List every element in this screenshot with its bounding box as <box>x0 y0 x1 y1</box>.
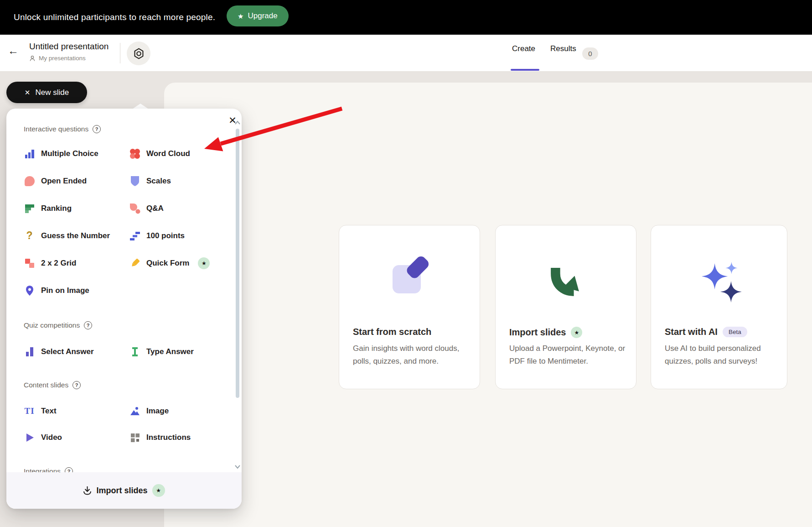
close-icon: ✕ <box>25 89 31 96</box>
download-icon <box>83 486 92 495</box>
popup-scrollbar[interactable] <box>236 129 239 398</box>
slide-type-popup: ✕ Interactive questions ? Multiple Choic… <box>6 109 242 509</box>
breadcrumb-label: My presentations <box>39 55 86 62</box>
play-icon <box>24 432 35 443</box>
card-title: Start with AI <box>665 327 718 337</box>
slide-type-quick-form[interactable]: Quick Form ★ <box>129 257 210 269</box>
slide-type-100-points[interactable]: 100 points <box>129 230 185 242</box>
grid-squares-icon <box>24 257 35 269</box>
card-title: Start from scratch <box>353 327 431 337</box>
card-import-slides[interactable]: Import slides ★ Upload a Powerpoint, Key… <box>495 225 636 389</box>
slide-type-ranking[interactable]: Ranking <box>24 202 72 214</box>
card-start-with-ai[interactable]: Start with AI Beta Use AI to build perso… <box>651 225 787 389</box>
card-description: Upload a Powerpoint, Keynote, or PDF fil… <box>509 342 626 368</box>
pencil-square-icon <box>385 246 437 294</box>
upgrade-button[interactable]: ★ Upgrade <box>227 5 289 26</box>
speech-bubble-icon <box>24 175 35 187</box>
star-icon: ★ <box>238 13 243 20</box>
new-slide-label: New slide <box>35 88 69 97</box>
slide-type-text[interactable]: TI Text <box>24 405 57 417</box>
premium-star-badge: ★ <box>571 327 582 338</box>
text-cursor-icon <box>129 346 140 357</box>
ranking-steps-icon <box>24 203 35 214</box>
theme-settings-button[interactable] <box>127 42 150 65</box>
slide-type-instructions[interactable]: Instructions <box>129 431 191 444</box>
slide-type-word-cloud[interactable]: Word Cloud <box>129 147 190 160</box>
qa-bubbles-icon <box>129 203 140 214</box>
points-steps-icon <box>129 230 140 241</box>
beta-badge: Beta <box>723 327 747 337</box>
word-cloud-icon <box>129 148 140 159</box>
help-icon[interactable]: ? <box>84 321 92 329</box>
upgrade-banner: Unlock unlimited participants to reach m… <box>0 0 812 35</box>
card-description: Use AI to build personalized quizzes, po… <box>665 342 781 368</box>
shield-icon <box>129 175 140 187</box>
slide-type-image[interactable]: Image <box>129 405 169 417</box>
slide-type-qa[interactable]: Q&A <box>129 202 164 214</box>
banner-message: Unlock unlimited participants to reach m… <box>14 12 215 22</box>
import-arrow-icon <box>549 266 580 297</box>
map-pin-icon <box>24 285 35 296</box>
tab-results[interactable]: Results <box>550 44 576 53</box>
premium-star-badge: ★ <box>152 484 165 497</box>
mentimeter-editor: Unlock unlimited participants to reach m… <box>0 0 812 527</box>
presentation-title[interactable]: Untitled presentation <box>29 42 109 52</box>
image-icon <box>129 405 140 417</box>
slide-type-guess-the-number[interactable]: ? Guess the Number <box>24 230 110 242</box>
slide-type-open-ended[interactable]: Open Ended <box>24 175 87 187</box>
results-count-badge: 0 <box>582 47 598 60</box>
scroll-down-icon[interactable] <box>234 464 241 469</box>
ai-sparkles-icon <box>701 262 743 304</box>
card-description: Gain insights with word clouds, polls, q… <box>353 342 470 368</box>
slide-type-video[interactable]: Video <box>24 431 62 444</box>
back-button[interactable]: ← <box>6 44 20 57</box>
card-start-from-scratch[interactable]: Start from scratch Gain insights with wo… <box>339 225 480 389</box>
help-icon[interactable]: ? <box>93 125 101 133</box>
section-interactive-questions: Interactive questions ? <box>24 125 101 133</box>
header-divider <box>120 43 120 63</box>
active-tab-underline <box>511 69 539 71</box>
help-icon[interactable]: ? <box>72 381 81 389</box>
card-title: Import slides <box>509 327 566 338</box>
pen-icon <box>129 257 140 269</box>
gear-icon <box>133 47 145 60</box>
grid-icon <box>129 432 140 443</box>
section-content-slides: Content slides ? <box>24 381 81 389</box>
tab-create[interactable]: Create <box>512 44 535 53</box>
bar-chart-icon <box>24 148 35 159</box>
text-icon: TI <box>24 405 35 417</box>
editor-header: ← Untitled presentation My presentations… <box>0 35 812 72</box>
scroll-up-icon[interactable] <box>234 120 241 125</box>
import-slides-footer-button[interactable]: Import slides ★ <box>6 472 242 509</box>
premium-star-badge: ★ <box>198 257 210 269</box>
upgrade-label: Upgrade <box>248 11 277 21</box>
section-quiz-competitions: Quiz competitions ? <box>24 321 92 329</box>
user-icon <box>29 55 36 62</box>
new-slide-button[interactable]: ✕ New slide <box>6 82 87 103</box>
slide-type-2x2-grid[interactable]: 2 x 2 Grid <box>24 257 76 269</box>
breadcrumb[interactable]: My presentations <box>29 55 86 62</box>
slide-type-pin-on-image[interactable]: Pin on Image <box>24 284 89 297</box>
slide-type-type-answer[interactable]: Type Answer <box>129 345 194 358</box>
import-slides-label: Import slides <box>96 486 147 496</box>
slide-type-select-answer[interactable]: Select Answer <box>24 345 94 358</box>
slide-type-scales[interactable]: Scales <box>129 175 171 187</box>
slide-type-multiple-choice[interactable]: Multiple Choice <box>24 147 98 160</box>
question-mark-icon: ? <box>24 230 35 241</box>
select-answer-bars-icon <box>24 346 35 357</box>
